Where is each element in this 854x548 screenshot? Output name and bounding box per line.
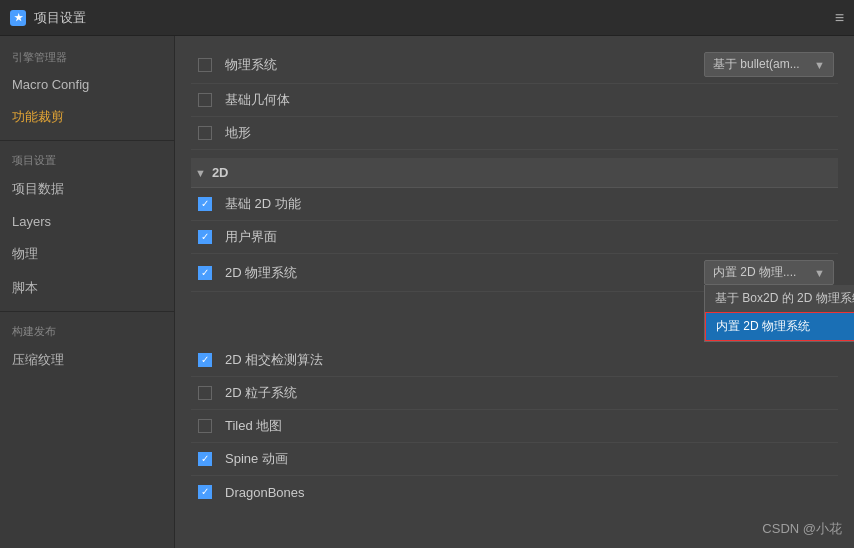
dropdown-popup-physics-2d: 基于 Box2D 的 2D 物理系统 内置 2D 物理系统 — [704, 285, 854, 342]
content-area: 物理系统 基于 bullet(am... ▼ 基础几何体 地形 ▼ 2D — [175, 36, 854, 548]
section-arrow-2d: ▼ — [195, 167, 206, 179]
section-2d-header[interactable]: ▼ 2D — [191, 158, 838, 188]
dropdown-arrow-physics-2d: ▼ — [814, 267, 825, 279]
row-terrain: 地形 — [191, 117, 838, 150]
label-physics-system: 物理系统 — [225, 56, 704, 74]
checkbox-tiled-map[interactable] — [198, 419, 212, 433]
label-basic-2d: 基础 2D 功能 — [225, 195, 834, 213]
checkbox-physics-system[interactable] — [198, 58, 212, 72]
sidebar: 引擎管理器 Macro Config 功能裁剪 项目设置 项目数据 Layers… — [0, 36, 175, 548]
sidebar-item-layers[interactable]: Layers — [0, 206, 174, 237]
label-spine: Spine 动画 — [225, 450, 834, 468]
label-dragonbones: DragonBones — [225, 485, 834, 500]
dropdown-value-physics-2d: 内置 2D 物理.... — [713, 264, 796, 281]
cb-basic-geometry[interactable] — [195, 90, 215, 110]
dropdown-btn-physics-2d[interactable]: 内置 2D 物理.... ▼ — [704, 260, 834, 285]
row-tiled-map: Tiled 地图 — [191, 410, 838, 443]
watermark: CSDN @小花 — [762, 520, 842, 538]
app-icon: ★ — [10, 10, 26, 26]
main-layout: 引擎管理器 Macro Config 功能裁剪 项目设置 项目数据 Layers… — [0, 36, 854, 548]
dropdown-physics-2d[interactable]: 内置 2D 物理.... ▼ 基于 Box2D 的 2D 物理系统 内置 2D … — [704, 260, 834, 285]
cb-basic-2d[interactable] — [195, 194, 215, 214]
checkbox-terrain[interactable] — [198, 126, 212, 140]
cb-spine[interactable] — [195, 449, 215, 469]
cb-particle-2d[interactable] — [195, 383, 215, 403]
label-terrain: 地形 — [225, 124, 834, 142]
checkbox-basic-geometry[interactable] — [198, 93, 212, 107]
label-particle-2d: 2D 粒子系统 — [225, 384, 834, 402]
checkbox-physics-2d[interactable] — [198, 266, 212, 280]
sidebar-item-project-data[interactable]: 项目数据 — [0, 172, 174, 206]
cb-physics-2d[interactable] — [195, 263, 215, 283]
sidebar-item-macro-config[interactable]: Macro Config — [0, 69, 174, 100]
sidebar-item-physics[interactable]: 物理 — [0, 237, 174, 271]
row-physics-2d: 2D 物理系统 内置 2D 物理.... ▼ 基于 Box2D 的 2D 物理系… — [191, 254, 838, 292]
label-tiled-map: Tiled 地图 — [225, 417, 834, 435]
row-physics-system: 物理系统 基于 bullet(am... ▼ — [191, 46, 838, 84]
checkbox-collision-2d[interactable] — [198, 353, 212, 367]
dropdown-btn-physics-system[interactable]: 基于 bullet(am... ▼ — [704, 52, 834, 77]
cb-dragonbones[interactable] — [195, 482, 215, 502]
cb-collision-2d[interactable] — [195, 350, 215, 370]
checkbox-dragonbones[interactable] — [198, 485, 212, 499]
row-basic-2d: 基础 2D 功能 — [191, 188, 838, 221]
dropdown-option-box2d[interactable]: 基于 Box2D 的 2D 物理系统 — [705, 285, 854, 312]
label-collision-2d: 2D 相交检测算法 — [225, 351, 834, 369]
checkbox-particle-2d[interactable] — [198, 386, 212, 400]
cb-terrain[interactable] — [195, 123, 215, 143]
sidebar-item-feature-crop[interactable]: 功能裁剪 — [0, 100, 174, 134]
window-title: 项目设置 — [34, 9, 86, 27]
sidebar-item-script[interactable]: 脚本 — [0, 271, 174, 305]
cb-ui[interactable] — [195, 227, 215, 247]
sidebar-section-project: 项目设置 — [0, 147, 174, 172]
title-bar: ★ 项目设置 ≡ — [0, 0, 854, 36]
checkbox-basic-2d[interactable] — [198, 197, 212, 211]
label-physics-2d: 2D 物理系统 — [225, 264, 704, 282]
label-basic-geometry: 基础几何体 — [225, 91, 834, 109]
dropdown-arrow-physics: ▼ — [814, 59, 825, 71]
dropdown-value-physics-system: 基于 bullet(am... — [713, 56, 800, 73]
cb-tiled-map[interactable] — [195, 416, 215, 436]
checkbox-spine[interactable] — [198, 452, 212, 466]
dropdown-physics-system[interactable]: 基于 bullet(am... ▼ — [704, 52, 834, 77]
sidebar-section-engine: 引擎管理器 — [0, 44, 174, 69]
row-dragonbones: DragonBones — [191, 476, 838, 508]
checkbox-ui[interactable] — [198, 230, 212, 244]
row-collision-2d: 2D 相交检测算法 — [191, 344, 838, 377]
row-basic-geometry: 基础几何体 — [191, 84, 838, 117]
sidebar-divider-1 — [0, 140, 174, 141]
dropdown-option-builtin[interactable]: 内置 2D 物理系统 — [705, 312, 854, 341]
label-ui: 用户界面 — [225, 228, 834, 246]
menu-icon[interactable]: ≡ — [835, 9, 844, 27]
sidebar-item-compress-texture[interactable]: 压缩纹理 — [0, 343, 174, 377]
row-ui: 用户界面 — [191, 221, 838, 254]
row-particle-2d: 2D 粒子系统 — [191, 377, 838, 410]
sidebar-divider-2 — [0, 311, 174, 312]
section-title-2d: 2D — [212, 165, 229, 180]
sidebar-section-build: 构建发布 — [0, 318, 174, 343]
cb-physics-system[interactable] — [195, 55, 215, 75]
row-spine: Spine 动画 — [191, 443, 838, 476]
